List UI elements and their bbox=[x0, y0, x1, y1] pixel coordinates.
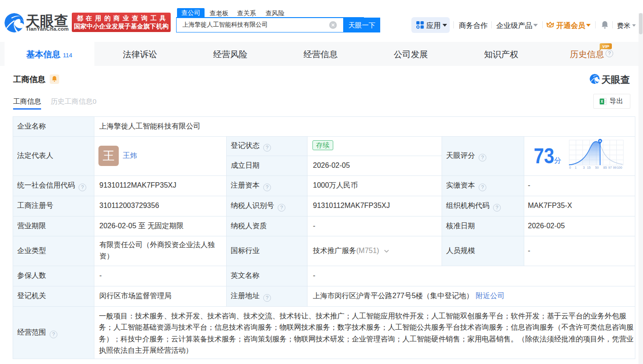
svg-text:85: 85 bbox=[603, 166, 607, 169]
svg-text:0: 0 bbox=[569, 166, 571, 169]
svg-text:3: 3 bbox=[583, 166, 585, 169]
svg-text:100: 100 bbox=[617, 166, 622, 169]
svg-text:97: 97 bbox=[608, 166, 612, 169]
svg-text:15: 15 bbox=[587, 166, 591, 169]
svg-text:99: 99 bbox=[613, 166, 617, 169]
svg-text:50: 50 bbox=[595, 166, 599, 169]
svg-text:1: 1 bbox=[575, 166, 577, 169]
